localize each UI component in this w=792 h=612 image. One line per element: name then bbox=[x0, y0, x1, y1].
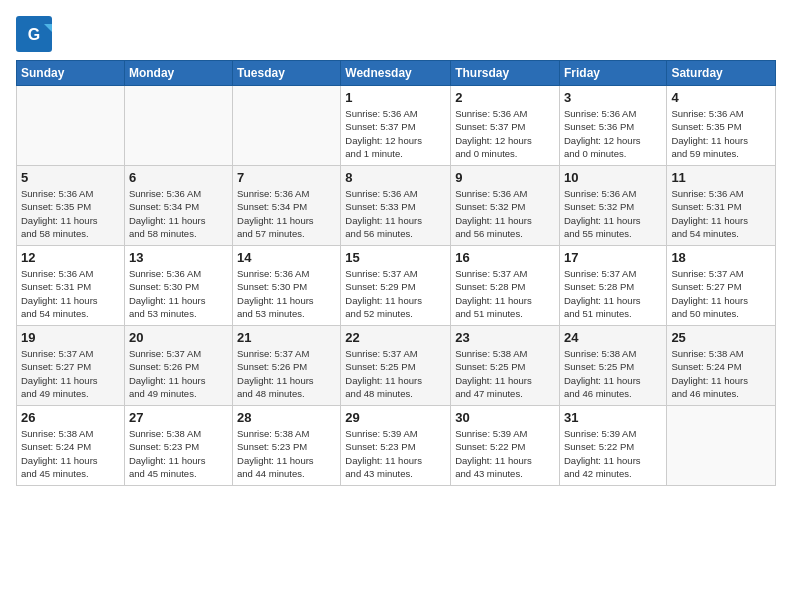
calendar-cell: 4Sunrise: 5:36 AM Sunset: 5:35 PM Daylig… bbox=[667, 86, 776, 166]
day-info: Sunrise: 5:37 AM Sunset: 5:27 PM Dayligh… bbox=[21, 347, 120, 400]
day-number: 20 bbox=[129, 330, 228, 345]
calendar-header-wednesday: Wednesday bbox=[341, 61, 451, 86]
calendar-cell: 1Sunrise: 5:36 AM Sunset: 5:37 PM Daylig… bbox=[341, 86, 451, 166]
day-number: 22 bbox=[345, 330, 446, 345]
calendar-cell: 7Sunrise: 5:36 AM Sunset: 5:34 PM Daylig… bbox=[233, 166, 341, 246]
day-info: Sunrise: 5:36 AM Sunset: 5:31 PM Dayligh… bbox=[671, 187, 771, 240]
calendar-cell: 3Sunrise: 5:36 AM Sunset: 5:36 PM Daylig… bbox=[559, 86, 666, 166]
day-number: 6 bbox=[129, 170, 228, 185]
day-info: Sunrise: 5:38 AM Sunset: 5:23 PM Dayligh… bbox=[237, 427, 336, 480]
calendar-cell: 15Sunrise: 5:37 AM Sunset: 5:29 PM Dayli… bbox=[341, 246, 451, 326]
calendar-week-row: 1Sunrise: 5:36 AM Sunset: 5:37 PM Daylig… bbox=[17, 86, 776, 166]
day-number: 25 bbox=[671, 330, 771, 345]
day-info: Sunrise: 5:37 AM Sunset: 5:28 PM Dayligh… bbox=[564, 267, 662, 320]
day-info: Sunrise: 5:37 AM Sunset: 5:26 PM Dayligh… bbox=[129, 347, 228, 400]
day-number: 14 bbox=[237, 250, 336, 265]
day-info: Sunrise: 5:36 AM Sunset: 5:33 PM Dayligh… bbox=[345, 187, 446, 240]
calendar-cell bbox=[124, 86, 232, 166]
calendar-cell: 31Sunrise: 5:39 AM Sunset: 5:22 PM Dayli… bbox=[559, 406, 666, 486]
day-info: Sunrise: 5:39 AM Sunset: 5:23 PM Dayligh… bbox=[345, 427, 446, 480]
calendar-cell bbox=[667, 406, 776, 486]
svg-text:G: G bbox=[28, 26, 40, 43]
day-info: Sunrise: 5:36 AM Sunset: 5:34 PM Dayligh… bbox=[129, 187, 228, 240]
day-info: Sunrise: 5:38 AM Sunset: 5:24 PM Dayligh… bbox=[21, 427, 120, 480]
calendar-week-row: 12Sunrise: 5:36 AM Sunset: 5:31 PM Dayli… bbox=[17, 246, 776, 326]
day-info: Sunrise: 5:36 AM Sunset: 5:35 PM Dayligh… bbox=[671, 107, 771, 160]
day-info: Sunrise: 5:39 AM Sunset: 5:22 PM Dayligh… bbox=[564, 427, 662, 480]
calendar-cell bbox=[233, 86, 341, 166]
day-info: Sunrise: 5:36 AM Sunset: 5:32 PM Dayligh… bbox=[455, 187, 555, 240]
calendar-cell: 8Sunrise: 5:36 AM Sunset: 5:33 PM Daylig… bbox=[341, 166, 451, 246]
calendar-cell: 27Sunrise: 5:38 AM Sunset: 5:23 PM Dayli… bbox=[124, 406, 232, 486]
day-number: 15 bbox=[345, 250, 446, 265]
calendar-header-row: SundayMondayTuesdayWednesdayThursdayFrid… bbox=[17, 61, 776, 86]
day-number: 29 bbox=[345, 410, 446, 425]
calendar-header-friday: Friday bbox=[559, 61, 666, 86]
day-info: Sunrise: 5:38 AM Sunset: 5:25 PM Dayligh… bbox=[564, 347, 662, 400]
calendar-cell: 2Sunrise: 5:36 AM Sunset: 5:37 PM Daylig… bbox=[451, 86, 560, 166]
day-info: Sunrise: 5:36 AM Sunset: 5:30 PM Dayligh… bbox=[129, 267, 228, 320]
day-info: Sunrise: 5:39 AM Sunset: 5:22 PM Dayligh… bbox=[455, 427, 555, 480]
day-number: 28 bbox=[237, 410, 336, 425]
day-number: 21 bbox=[237, 330, 336, 345]
day-number: 7 bbox=[237, 170, 336, 185]
calendar-cell: 25Sunrise: 5:38 AM Sunset: 5:24 PM Dayli… bbox=[667, 326, 776, 406]
day-number: 2 bbox=[455, 90, 555, 105]
day-number: 30 bbox=[455, 410, 555, 425]
day-info: Sunrise: 5:38 AM Sunset: 5:24 PM Dayligh… bbox=[671, 347, 771, 400]
calendar-cell: 30Sunrise: 5:39 AM Sunset: 5:22 PM Dayli… bbox=[451, 406, 560, 486]
calendar-cell: 22Sunrise: 5:37 AM Sunset: 5:25 PM Dayli… bbox=[341, 326, 451, 406]
calendar-cell: 16Sunrise: 5:37 AM Sunset: 5:28 PM Dayli… bbox=[451, 246, 560, 326]
day-number: 13 bbox=[129, 250, 228, 265]
day-number: 17 bbox=[564, 250, 662, 265]
day-number: 11 bbox=[671, 170, 771, 185]
calendar-week-row: 19Sunrise: 5:37 AM Sunset: 5:27 PM Dayli… bbox=[17, 326, 776, 406]
calendar-cell: 12Sunrise: 5:36 AM Sunset: 5:31 PM Dayli… bbox=[17, 246, 125, 326]
day-info: Sunrise: 5:36 AM Sunset: 5:32 PM Dayligh… bbox=[564, 187, 662, 240]
calendar-week-row: 26Sunrise: 5:38 AM Sunset: 5:24 PM Dayli… bbox=[17, 406, 776, 486]
day-number: 12 bbox=[21, 250, 120, 265]
day-info: Sunrise: 5:36 AM Sunset: 5:37 PM Dayligh… bbox=[455, 107, 555, 160]
day-number: 1 bbox=[345, 90, 446, 105]
calendar-cell bbox=[17, 86, 125, 166]
calendar-header-sunday: Sunday bbox=[17, 61, 125, 86]
day-number: 24 bbox=[564, 330, 662, 345]
calendar-cell: 6Sunrise: 5:36 AM Sunset: 5:34 PM Daylig… bbox=[124, 166, 232, 246]
calendar-header-thursday: Thursday bbox=[451, 61, 560, 86]
day-number: 27 bbox=[129, 410, 228, 425]
day-info: Sunrise: 5:37 AM Sunset: 5:27 PM Dayligh… bbox=[671, 267, 771, 320]
calendar-cell: 9Sunrise: 5:36 AM Sunset: 5:32 PM Daylig… bbox=[451, 166, 560, 246]
day-number: 18 bbox=[671, 250, 771, 265]
calendar-cell: 29Sunrise: 5:39 AM Sunset: 5:23 PM Dayli… bbox=[341, 406, 451, 486]
calendar-week-row: 5Sunrise: 5:36 AM Sunset: 5:35 PM Daylig… bbox=[17, 166, 776, 246]
calendar-cell: 18Sunrise: 5:37 AM Sunset: 5:27 PM Dayli… bbox=[667, 246, 776, 326]
day-info: Sunrise: 5:36 AM Sunset: 5:31 PM Dayligh… bbox=[21, 267, 120, 320]
day-number: 31 bbox=[564, 410, 662, 425]
day-number: 3 bbox=[564, 90, 662, 105]
day-number: 19 bbox=[21, 330, 120, 345]
calendar-cell: 19Sunrise: 5:37 AM Sunset: 5:27 PM Dayli… bbox=[17, 326, 125, 406]
calendar-cell: 11Sunrise: 5:36 AM Sunset: 5:31 PM Dayli… bbox=[667, 166, 776, 246]
day-number: 8 bbox=[345, 170, 446, 185]
day-number: 5 bbox=[21, 170, 120, 185]
day-info: Sunrise: 5:36 AM Sunset: 5:30 PM Dayligh… bbox=[237, 267, 336, 320]
day-info: Sunrise: 5:37 AM Sunset: 5:26 PM Dayligh… bbox=[237, 347, 336, 400]
calendar-header-saturday: Saturday bbox=[667, 61, 776, 86]
calendar-cell: 13Sunrise: 5:36 AM Sunset: 5:30 PM Dayli… bbox=[124, 246, 232, 326]
day-info: Sunrise: 5:36 AM Sunset: 5:37 PM Dayligh… bbox=[345, 107, 446, 160]
calendar-header-monday: Monday bbox=[124, 61, 232, 86]
day-info: Sunrise: 5:37 AM Sunset: 5:28 PM Dayligh… bbox=[455, 267, 555, 320]
day-info: Sunrise: 5:38 AM Sunset: 5:25 PM Dayligh… bbox=[455, 347, 555, 400]
day-info: Sunrise: 5:38 AM Sunset: 5:23 PM Dayligh… bbox=[129, 427, 228, 480]
day-number: 16 bbox=[455, 250, 555, 265]
day-info: Sunrise: 5:36 AM Sunset: 5:35 PM Dayligh… bbox=[21, 187, 120, 240]
calendar-table: SundayMondayTuesdayWednesdayThursdayFrid… bbox=[16, 60, 776, 486]
logo: G bbox=[16, 16, 56, 52]
calendar-body: 1Sunrise: 5:36 AM Sunset: 5:37 PM Daylig… bbox=[17, 86, 776, 486]
day-number: 23 bbox=[455, 330, 555, 345]
day-info: Sunrise: 5:36 AM Sunset: 5:36 PM Dayligh… bbox=[564, 107, 662, 160]
day-number: 9 bbox=[455, 170, 555, 185]
calendar-cell: 21Sunrise: 5:37 AM Sunset: 5:26 PM Dayli… bbox=[233, 326, 341, 406]
day-info: Sunrise: 5:37 AM Sunset: 5:25 PM Dayligh… bbox=[345, 347, 446, 400]
logo-icon: G bbox=[16, 16, 52, 52]
